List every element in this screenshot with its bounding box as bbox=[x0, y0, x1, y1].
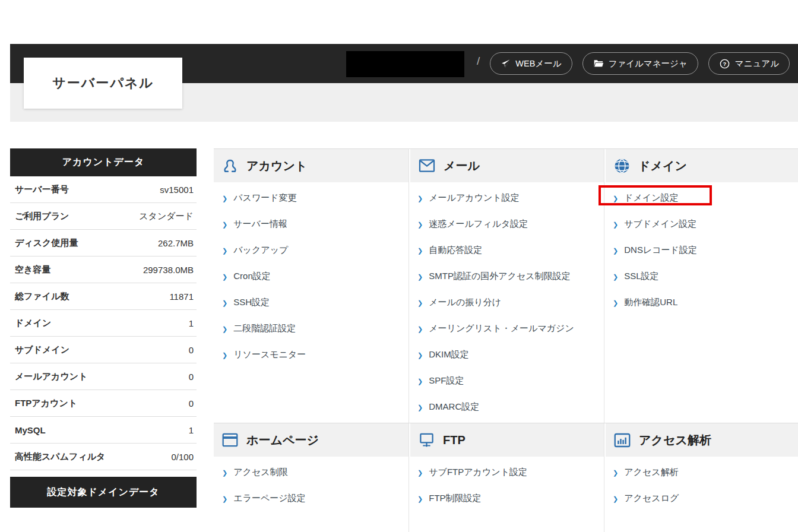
menu-link-label: 二段階認証設定 bbox=[233, 323, 296, 334]
menu-link-operation-check-url[interactable]: ❯動作確認URL bbox=[604, 289, 798, 315]
stat-row-plan: ご利用プラン スタンダード bbox=[10, 203, 197, 230]
manual-button[interactable]: ? マニュアル bbox=[708, 52, 790, 75]
stat-value: スタンダード bbox=[139, 211, 194, 222]
chevron-right-icon: ❯ bbox=[222, 248, 227, 254]
chevron-right-icon: ❯ bbox=[613, 496, 618, 502]
manual-button-label: マニュアル bbox=[735, 58, 779, 69]
menu-link-ssl[interactable]: ❯SSL設定 bbox=[604, 263, 798, 289]
chevron-right-icon: ❯ bbox=[222, 300, 227, 306]
stat-value: 262.7MB bbox=[158, 238, 194, 248]
envelope-icon bbox=[419, 159, 435, 173]
menu-link-dns-record[interactable]: ❯DNSレコード設定 bbox=[604, 237, 798, 263]
chevron-right-icon: ❯ bbox=[222, 195, 227, 202]
section-homepage-links: ❯アクセス制限 ❯エラーページ設定 bbox=[214, 457, 408, 511]
chevron-right-icon: ❯ bbox=[417, 221, 423, 228]
header-separator: / bbox=[477, 55, 480, 68]
menu-link-access-log[interactable]: ❯アクセスログ bbox=[604, 485, 798, 511]
menu-link-cron[interactable]: ❯Cron設定 bbox=[214, 263, 408, 289]
menu-link-smtp-restriction[interactable]: ❯SMTP認証の国外アクセス制限設定 bbox=[409, 263, 604, 289]
section-mail: メール ❯メールアカウント設定 ❯迷惑メールフィルタ設定 ❯自動応答設定 ❯SM… bbox=[408, 149, 604, 423]
section-mail-header: メール bbox=[410, 149, 604, 182]
section-homepage: ホームページ ❯アクセス制限 ❯エラーページ設定 bbox=[214, 423, 408, 532]
menu-link-error-page[interactable]: ❯エラーページ設定 bbox=[214, 485, 408, 511]
stat-row-subdomains: サブドメイン 0 bbox=[10, 337, 197, 363]
chevron-right-icon: ❯ bbox=[613, 470, 618, 476]
menu-link-two-factor[interactable]: ❯二段階認証設定 bbox=[214, 315, 408, 341]
section-title: ドメイン bbox=[638, 158, 687, 174]
stat-label: MySQL bbox=[15, 425, 46, 435]
menu-link-access-restriction[interactable]: ❯アクセス制限 bbox=[214, 459, 408, 485]
webmail-button-label: WEBメール bbox=[515, 58, 561, 69]
menu-link-label: アクセス制限 bbox=[233, 467, 287, 478]
menu-link-label: アクセスログ bbox=[624, 493, 679, 504]
menu-link-resource-monitor[interactable]: ❯リソースモニター bbox=[214, 341, 408, 368]
chevron-right-icon: ❯ bbox=[417, 326, 423, 332]
stat-label: ドメイン bbox=[15, 318, 51, 329]
chevron-right-icon: ❯ bbox=[417, 470, 423, 476]
stat-label: サブドメイン bbox=[15, 344, 69, 356]
stat-value: 0 bbox=[189, 398, 194, 408]
folder-icon bbox=[593, 59, 604, 68]
stat-row-spam-filter: 高性能スパムフィルタ 0/100 bbox=[10, 444, 197, 470]
chevron-right-icon: ❯ bbox=[613, 274, 618, 280]
menu-link-label: パスワード変更 bbox=[233, 192, 296, 204]
server-panel-logo[interactable]: サーバーパネル bbox=[24, 58, 182, 109]
menu-link-mail-account[interactable]: ❯メールアカウント設定 bbox=[409, 185, 604, 211]
stat-value: 1 bbox=[189, 425, 194, 435]
stat-row-ftp-accounts: FTPアカウント 0 bbox=[10, 390, 197, 417]
menu-link-backup[interactable]: ❯バックアップ bbox=[214, 237, 408, 263]
target-domain-data-title: 設定対象ドメインデータ bbox=[10, 477, 197, 508]
section-domain: ドメイン ❯ドメイン設定 ❯サブドメイン設定 ❯DNSレコード設定 ❯SSL設定… bbox=[604, 149, 798, 423]
webmail-button[interactable]: WEBメール bbox=[490, 52, 572, 75]
menu-link-subdomain-settings[interactable]: ❯サブドメイン設定 bbox=[604, 211, 798, 237]
stat-value: 0/100 bbox=[171, 452, 194, 462]
menu-link-sub-ftp-account[interactable]: ❯サブFTPアカウント設定 bbox=[409, 459, 604, 485]
menu-link-mailing-list[interactable]: ❯メーリングリスト・メールマガジン bbox=[409, 315, 604, 341]
section-ftp-links: ❯サブFTPアカウント設定 ❯FTP制限設定 bbox=[409, 457, 604, 511]
menu-link-auto-reply[interactable]: ❯自動応答設定 bbox=[409, 237, 604, 263]
question-circle-icon: ? bbox=[719, 58, 730, 69]
menu-link-domain-settings[interactable]: ❯ドメイン設定 bbox=[604, 185, 798, 211]
menu-link-mail-sorting[interactable]: ❯メールの振り分け bbox=[409, 289, 604, 315]
chevron-right-icon: ❯ bbox=[222, 274, 227, 280]
menu-link-ftp-restriction[interactable]: ❯FTP制限設定 bbox=[409, 485, 604, 511]
chevron-right-icon: ❯ bbox=[417, 300, 423, 306]
section-access-analysis-header: アクセス解析 bbox=[606, 423, 798, 457]
menu-link-label: 自動応答設定 bbox=[429, 245, 482, 256]
logo-text: サーバーパネル bbox=[52, 74, 154, 92]
stat-row-domains: ドメイン 1 bbox=[10, 310, 197, 337]
stat-value: 0 bbox=[189, 345, 194, 355]
stat-label: 空き容量 bbox=[15, 264, 50, 276]
section-access-analysis-links: ❯アクセス解析 ❯アクセスログ bbox=[604, 457, 798, 511]
stat-label: メールアカウント bbox=[15, 371, 87, 382]
menu-link-label: ドメイン設定 bbox=[624, 192, 678, 204]
menu-link-spam-filter[interactable]: ❯迷惑メールフィルタ設定 bbox=[409, 211, 604, 237]
account-data-title: アカウントデータ bbox=[10, 148, 197, 176]
menu-link-access-analysis[interactable]: ❯アクセス解析 bbox=[604, 459, 798, 485]
section-homepage-header: ホームページ bbox=[214, 423, 408, 457]
menu-link-spf[interactable]: ❯SPF設定 bbox=[409, 368, 604, 394]
stat-value: 0 bbox=[189, 372, 194, 382]
section-title: メール bbox=[444, 158, 480, 174]
chevron-right-icon: ❯ bbox=[417, 496, 423, 502]
user-icon bbox=[222, 158, 238, 174]
menu-link-label: SSH設定 bbox=[233, 297, 270, 308]
stat-row-total-files: 総ファイル数 11871 bbox=[10, 283, 197, 310]
main-menu: アカウント ❯パスワード変更 ❯サーバー情報 ❯バックアップ ❯Cron設定 ❯… bbox=[214, 148, 798, 532]
stat-label: 総ファイル数 bbox=[15, 291, 69, 302]
menu-link-label: SSL設定 bbox=[624, 271, 658, 282]
file-manager-button[interactable]: ファイルマネージャ bbox=[582, 52, 698, 75]
menu-link-server-info[interactable]: ❯サーバー情報 bbox=[214, 211, 408, 237]
account-data-sidebar: アカウントデータ サーバー番号 sv15001 ご利用プラン スタンダード ディ… bbox=[10, 148, 197, 508]
menu-link-password-change[interactable]: ❯パスワード変更 bbox=[214, 185, 408, 211]
menu-link-label: メーリングリスト・メールマガジン bbox=[429, 323, 574, 334]
stat-row-server-number: サーバー番号 sv15001 bbox=[10, 176, 197, 203]
header-actions: WEBメール ファイルマネージャ ? マニュアル bbox=[490, 52, 790, 75]
menu-link-dmarc[interactable]: ❯DMARC設定 bbox=[409, 394, 604, 420]
chevron-right-icon: ❯ bbox=[417, 195, 423, 202]
menu-link-dkim[interactable]: ❯DKIM設定 bbox=[409, 341, 604, 368]
menu-link-label: 迷惑メールフィルタ設定 bbox=[429, 218, 528, 230]
chevron-right-icon: ❯ bbox=[417, 274, 423, 280]
chevron-right-icon: ❯ bbox=[222, 221, 227, 228]
menu-link-ssh[interactable]: ❯SSH設定 bbox=[214, 289, 408, 315]
